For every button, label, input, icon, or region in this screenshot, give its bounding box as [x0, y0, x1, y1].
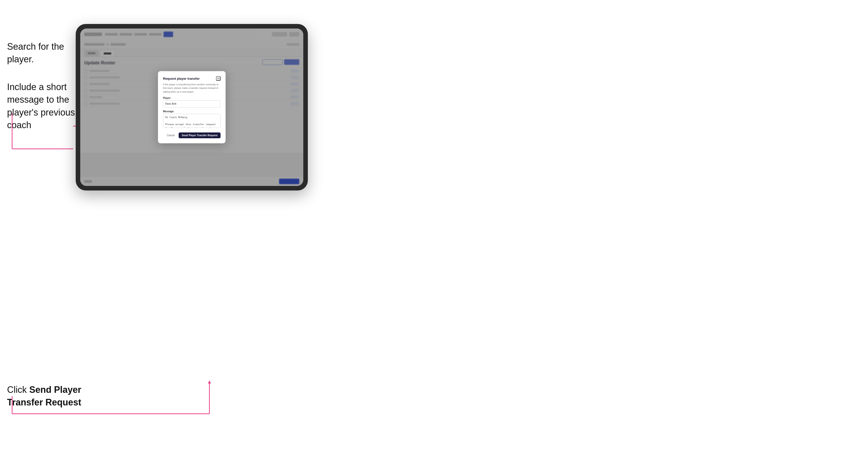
modal-title: Request player transfer [163, 77, 199, 81]
tablet-screen: Update Roster [80, 29, 303, 186]
modal-header: Request player transfer ✕ [163, 76, 220, 81]
player-transfer-modal: Request player transfer ✕ If the player … [158, 71, 225, 143]
svg-marker-7 [208, 380, 211, 383]
modal-overlay: Request player transfer ✕ If the player … [80, 29, 303, 186]
modal-description: If the player is transferring from anoth… [163, 83, 220, 94]
cancel-button[interactable]: Cancel [165, 133, 177, 138]
message-field-label: Message [163, 110, 220, 113]
annotation-search-text: Search for the player. [7, 40, 78, 66]
send-transfer-request-button[interactable]: Send Player Transfer Request [179, 132, 220, 138]
annotation-message-text: Include a short message to the player's … [7, 81, 78, 132]
modal-footer: Cancel Send Player Transfer Request [163, 132, 220, 138]
player-search-input[interactable] [163, 100, 220, 107]
message-textarea[interactable]: Hi Coach McHarg, Please accept this tran… [163, 114, 220, 128]
tablet-device: Update Roster [76, 24, 308, 190]
player-field-label: Player [163, 97, 220, 99]
modal-close-button[interactable]: ✕ [216, 76, 220, 81]
annotation-click-text: Click Send Player Transfer Request [7, 383, 83, 409]
